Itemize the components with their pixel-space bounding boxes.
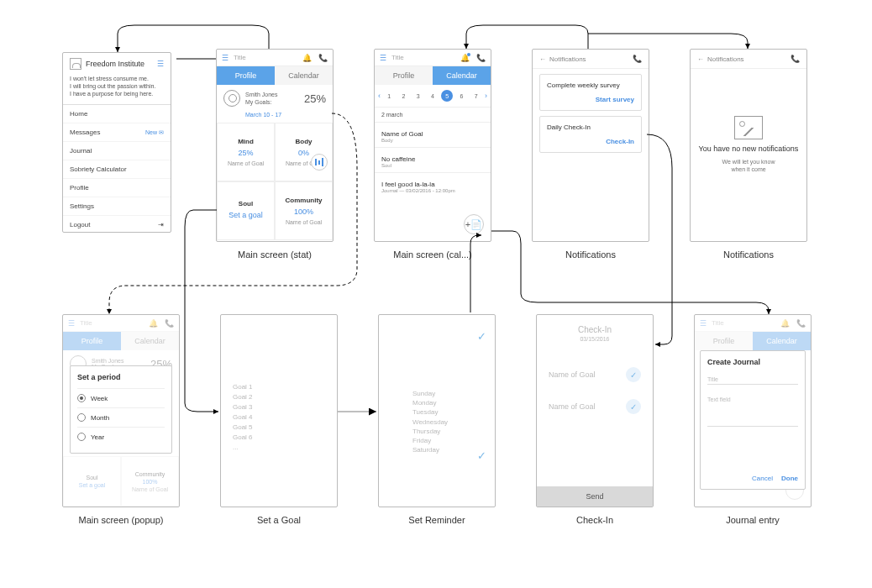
menu-sobriety[interactable]: Sobriety Calculator	[63, 160, 171, 178]
screen-journal-entry: ☰Title 🔔📞 Profile Calendar Create Journa…	[694, 314, 812, 507]
check-icon[interactable]: ✓	[477, 330, 486, 343]
day-5[interactable]: 5	[441, 90, 453, 102]
chevron-left-icon[interactable]: ‹	[378, 92, 381, 100]
back-button[interactable]: ←Notifications	[697, 55, 744, 63]
arrow-left-icon: ←	[539, 55, 546, 63]
tab-calendar[interactable]: Calendar	[433, 66, 491, 85]
checkin-goal-row[interactable]: Name of Goal✓	[537, 359, 653, 391]
cell-soul[interactable]: SoulSet a goal	[217, 181, 275, 240]
send-button[interactable]: Send	[537, 486, 653, 507]
hamburger-icon: ☰	[700, 319, 707, 328]
screen-caption: Set Reminder	[379, 515, 495, 525]
checkin-button[interactable]: Check-In	[547, 138, 634, 145]
radio-icon	[77, 433, 86, 441]
menu-logout[interactable]: Logout⇥	[63, 215, 171, 234]
tab-profile: Profile	[63, 332, 121, 350]
hamburger-icon[interactable]: ☰	[157, 60, 164, 68]
bell-badge-icon[interactable]: 🔔	[460, 54, 470, 62]
empty-message: You have no new notifications	[699, 144, 799, 153]
bell-icon[interactable]: 🔔	[302, 54, 312, 62]
bell-icon: 🔔	[780, 319, 790, 328]
menu-journal[interactable]: Journal	[63, 141, 171, 160]
notif-title: Complete weekly survey	[547, 81, 634, 89]
goals-label: My Goals:	[245, 98, 278, 106]
settings-fab-icon[interactable]	[311, 154, 328, 171]
hamburger-icon[interactable]: ☰	[380, 54, 386, 62]
journal-item[interactable]: I feel good la-la-laJournal — 03/02/2016…	[375, 172, 491, 197]
notif-title: Daily Check-In	[547, 123, 634, 131]
screen-set-goal: Goal 1Goal 2Goal 3 Goal 4Goal 5Goal 6 ..…	[220, 314, 338, 507]
checkin-date: 03/15/2016	[537, 336, 653, 342]
phone-icon[interactable]: 📞	[791, 55, 800, 63]
day-4[interactable]: 4	[427, 90, 439, 102]
start-survey-button[interactable]: Start survey	[547, 96, 634, 103]
screen-caption: Main screen (stat)	[217, 249, 333, 260]
screen-caption: Set a Goal	[221, 515, 337, 525]
radio-week[interactable]: Week	[77, 388, 165, 407]
cell-community[interactable]: Community100%Name of Goal	[275, 181, 333, 240]
cancel-button[interactable]: Cancel	[752, 475, 773, 482]
check-icon[interactable]: ✓	[477, 449, 486, 462]
tab-profile[interactable]: Profile	[375, 66, 433, 85]
screen-caption: Notifications	[533, 249, 649, 260]
empty-subtext: We will let you know when it come	[722, 158, 775, 173]
tab-calendar: Calendar	[753, 332, 811, 350]
phone-icon[interactable]: 📞	[318, 54, 328, 62]
text-input[interactable]: Text field	[707, 393, 798, 427]
cell-body[interactable]: Body0%Name of Goal	[275, 123, 333, 181]
screen-title: Title	[234, 54, 246, 61]
goal-item[interactable]: No caffeineSoul	[375, 147, 491, 172]
radio-year[interactable]: Year	[77, 427, 165, 446]
add-fab-icon[interactable]: +📄	[464, 214, 484, 234]
menu-profile[interactable]: Profile	[63, 178, 171, 197]
modal-title: Set a period	[77, 373, 165, 381]
date-header: 2 march	[381, 112, 484, 118]
menu-settings[interactable]: Settings	[63, 197, 171, 215]
tab-profile: Profile	[695, 332, 753, 350]
day-2[interactable]: 2	[398, 90, 410, 102]
screen-title: Title	[391, 54, 404, 61]
phone-icon[interactable]: 📞	[633, 55, 642, 63]
back-button[interactable]: ←Notifications	[539, 55, 586, 63]
image-placeholder-icon	[734, 116, 763, 139]
check-circle-icon: ✓	[626, 367, 641, 382]
menu-messages[interactable]: MessagesNew ✉	[63, 123, 171, 141]
screen-notifications: ←Notifications 📞 Complete weekly survey …	[532, 49, 649, 242]
screen-notifications-empty: ←Notifications 📞 You have no new notific…	[690, 49, 807, 242]
journal-modal: Create Journal Title Text field Cancel D…	[700, 350, 806, 490]
cell-mind[interactable]: Mind25%Name of Goal	[217, 123, 275, 181]
user-name: Smith Jones	[245, 91, 278, 98]
menu-home[interactable]: Home	[63, 104, 171, 123]
screen-caption: Notifications	[691, 249, 806, 260]
arrow-left-icon: ←	[697, 55, 704, 63]
avatar-icon	[223, 90, 240, 107]
screen-main-cal: ☰Title 🔔📞 Profile Calendar ‹ 1 2 3 4 5 6…	[374, 49, 491, 242]
tab-calendar: Calendar	[121, 332, 179, 350]
day-1[interactable]: 1	[383, 90, 395, 102]
screen-checkin: Check-In 03/15/2016 Name of Goal✓ Name o…	[536, 314, 654, 507]
screen-caption: Journal entry	[695, 515, 811, 525]
phone-icon: 📞	[796, 319, 806, 328]
goal-list[interactable]: Goal 1Goal 2Goal 3 Goal 4Goal 5Goal 6 ..…	[221, 315, 337, 453]
phone-icon: 📞	[165, 319, 174, 328]
goal-percent: 25%	[304, 92, 326, 105]
radio-month[interactable]: Month	[77, 407, 165, 427]
app-title: Freedom Institute	[86, 60, 144, 68]
hamburger-icon[interactable]: ☰	[222, 54, 229, 62]
checkin-goal-row[interactable]: Name of Goal✓	[537, 391, 653, 423]
title-input[interactable]: Title	[707, 373, 798, 385]
chevron-right-icon[interactable]: ›	[485, 92, 487, 100]
tab-profile[interactable]: Profile	[217, 66, 275, 85]
day-3[interactable]: 3	[412, 90, 424, 102]
phone-icon[interactable]: 📞	[476, 54, 486, 62]
tab-calendar[interactable]: Calendar	[275, 66, 333, 85]
notification-card: Complete weekly survey Start survey	[539, 74, 642, 111]
day-7[interactable]: 7	[470, 90, 482, 102]
modal-title: Create Journal	[707, 358, 798, 366]
screen-set-reminder: ✓ SundayMondayTuesday WednesdayThursdayF…	[378, 314, 496, 507]
goal-item[interactable]: Name of GoalBody	[375, 122, 491, 147]
app-logo: Freedom Institute	[70, 58, 144, 70]
done-button[interactable]: Done	[781, 475, 798, 482]
logout-icon: ⇥	[158, 221, 164, 228]
day-6[interactable]: 6	[456, 90, 468, 102]
